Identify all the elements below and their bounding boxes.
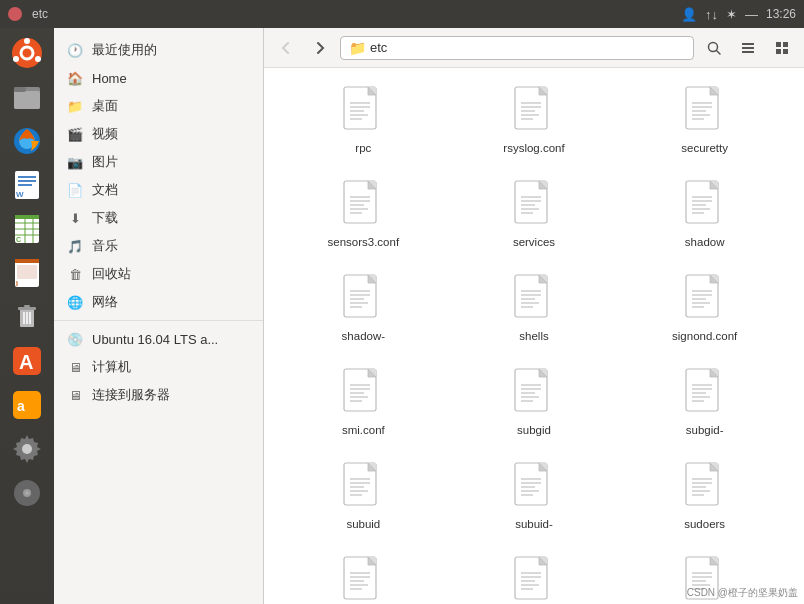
tray-bluetooth-icon[interactable]: ✶: [726, 7, 737, 22]
dock-item-files[interactable]: [6, 76, 48, 118]
file-item[interactable]: subuid-: [451, 452, 618, 538]
file-icon: [681, 552, 729, 604]
file-item[interactable]: shadow: [621, 170, 788, 256]
sidebar-label-desktop: 桌面: [92, 97, 118, 115]
video-icon: 🎬: [66, 125, 84, 143]
svg-point-2: [24, 38, 30, 44]
dock-item-lo-calc[interactable]: C: [6, 208, 48, 250]
titlebar: etc 👤 ↑↓ ✶ — 13:26: [0, 0, 804, 28]
back-button[interactable]: [272, 34, 300, 62]
file-item[interactable]: subuid: [280, 452, 447, 538]
file-item[interactable]: services: [451, 170, 618, 256]
sidebar-item-music[interactable]: 🎵 音乐: [54, 232, 263, 260]
dock-item-amazon[interactable]: a: [6, 384, 48, 426]
sidebar-item-computer[interactable]: 🖥 计算机: [54, 353, 263, 381]
sidebar-item-download[interactable]: ⬇ 下载: [54, 204, 263, 232]
dock-item-trash[interactable]: [6, 296, 48, 338]
view-grid-button[interactable]: [768, 34, 796, 62]
network-icon: 🌐: [66, 293, 84, 311]
file-area: 📁 etc rpc: [264, 28, 804, 604]
file-item[interactable]: subgid: [451, 358, 618, 444]
dock: W C I A a: [0, 28, 54, 604]
sidebar: 🕐 最近使用的 🏠 Home 📁 桌面 🎬 视频 📷 图片 📄 文档 ⬇ 下载: [54, 28, 264, 604]
svg-text:I: I: [16, 280, 18, 287]
file-item[interactable]: securetty: [621, 76, 788, 162]
svg-rect-50: [776, 49, 781, 54]
file-item[interactable]: sysctl.conf: [280, 546, 447, 604]
file-item[interactable]: rpc: [280, 76, 447, 162]
tray-person-icon[interactable]: 👤: [681, 7, 697, 22]
svg-rect-17: [15, 215, 39, 219]
file-name: rpc: [355, 141, 371, 156]
file-item[interactable]: sudoers: [621, 452, 788, 538]
file-name: subgid: [517, 423, 551, 438]
file-item[interactable]: rsyslog.conf: [451, 76, 618, 162]
file-name: subuid-: [515, 517, 553, 532]
sidebar-item-ubuntu[interactable]: 💿 Ubuntu 16.04 LTS a...: [54, 325, 263, 353]
sidebar-item-connect[interactable]: 🖥 连接到服务器: [54, 381, 263, 409]
dock-item-lo-writer[interactable]: W: [6, 164, 48, 206]
file-item[interactable]: smi.conf: [280, 358, 447, 444]
file-item[interactable]: timezone: [451, 546, 618, 604]
sidebar-item-home[interactable]: 🏠 Home: [54, 64, 263, 92]
svg-point-4: [13, 56, 19, 62]
sidebar-item-picture[interactable]: 📷 图片: [54, 148, 263, 176]
file-name: shadow: [685, 235, 725, 250]
file-icon: [510, 552, 558, 604]
music-icon: 🎵: [66, 237, 84, 255]
tray-network-icon[interactable]: ↑↓: [705, 7, 718, 22]
svg-rect-51: [783, 49, 788, 54]
file-item[interactable]: ucf.conf: [621, 546, 788, 604]
file-name: rsyslog.conf: [503, 141, 564, 156]
file-icon: [339, 458, 387, 514]
file-item[interactable]: sensors3.conf: [280, 170, 447, 256]
location-bar: 📁 etc: [340, 36, 694, 60]
dock-item-settings[interactable]: [6, 428, 48, 470]
sidebar-item-network[interactable]: 🌐 网络: [54, 288, 263, 316]
file-name: securetty: [681, 141, 728, 156]
sidebar-item-video[interactable]: 🎬 视频: [54, 120, 263, 148]
sidebar-label-home: Home: [92, 71, 127, 86]
file-item[interactable]: subgid-: [621, 358, 788, 444]
svg-text:W: W: [16, 190, 24, 199]
file-item[interactable]: shadow-: [280, 264, 447, 350]
sidebar-label-document: 文档: [92, 181, 118, 199]
dock-item-dvd[interactable]: [6, 472, 48, 514]
file-name: sensors3.conf: [328, 235, 400, 250]
svg-rect-7: [14, 87, 26, 92]
file-item[interactable]: shells: [451, 264, 618, 350]
close-button[interactable]: [8, 7, 22, 21]
file-name: shadow-: [342, 329, 385, 344]
sidebar-item-desktop[interactable]: 📁 桌面: [54, 92, 263, 120]
search-button[interactable]: [700, 34, 728, 62]
file-name: subgid-: [686, 423, 724, 438]
file-icon: [510, 176, 558, 232]
file-icon: [339, 176, 387, 232]
sidebar-label-music: 音乐: [92, 237, 118, 255]
dock-item-appstore[interactable]: A: [6, 340, 48, 382]
svg-rect-30: [24, 305, 30, 307]
svg-point-39: [22, 444, 32, 454]
sidebar-item-trash[interactable]: 🗑 回收站: [54, 260, 263, 288]
titlebar-left: etc: [8, 7, 48, 21]
dock-item-lo-impress[interactable]: I: [6, 252, 48, 294]
sidebar-label-network: 网络: [92, 293, 118, 311]
dock-item-firefox[interactable]: [6, 120, 48, 162]
recent-icon: 🕐: [66, 41, 84, 59]
sidebar-item-recent[interactable]: 🕐 最近使用的: [54, 36, 263, 64]
sidebar-label-download: 下载: [92, 209, 118, 227]
file-item[interactable]: signond.conf: [621, 264, 788, 350]
file-grid: rpc rsyslog.conf securetty sensors3.conf: [264, 68, 804, 604]
svg-point-3: [35, 56, 41, 62]
file-name: signond.conf: [672, 329, 737, 344]
file-name: sudoers: [684, 517, 725, 532]
svg-rect-49: [783, 42, 788, 47]
sidebar-label-computer: 计算机: [92, 358, 131, 376]
picture-icon: 📷: [66, 153, 84, 171]
sidebar-item-document[interactable]: 📄 文档: [54, 176, 263, 204]
dock-item-ubuntu[interactable]: [6, 32, 48, 74]
tray-volume-icon[interactable]: —: [745, 7, 758, 22]
forward-button[interactable]: [306, 34, 334, 62]
view-list-button[interactable]: [734, 34, 762, 62]
file-icon: [339, 364, 387, 420]
